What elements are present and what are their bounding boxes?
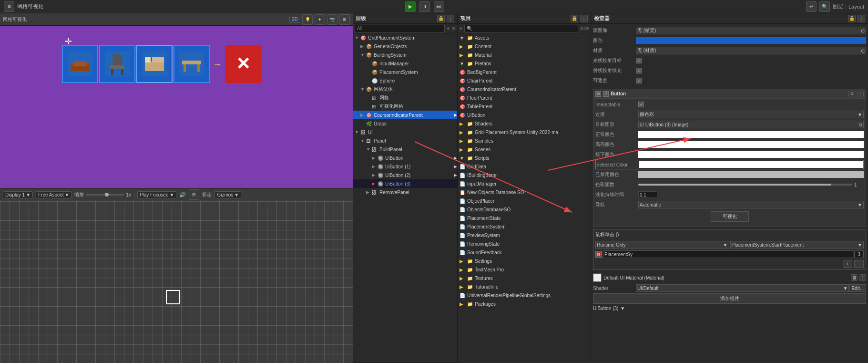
insp-maskable-checkbox[interactable]: ✓ bbox=[636, 78, 642, 83]
hierarchy-search-input[interactable] bbox=[355, 25, 445, 32]
insp-target-dropdown[interactable]: ☑ UiButton (3) (Image) ⊙ bbox=[638, 121, 864, 128]
insp-raycast-checkbox[interactable]: ✓ bbox=[636, 58, 642, 63]
proj-objdb[interactable]: 📄 ObjectsDatabaseSO bbox=[458, 205, 591, 214]
ui-item-4[interactable] bbox=[174, 45, 210, 83]
aspect-dropdown[interactable]: Free Aspect ▼ bbox=[36, 191, 71, 198]
add-component-btn[interactable]: 添加组件 bbox=[593, 293, 866, 304]
proj-table[interactable]: 🎯 TableParent bbox=[458, 102, 591, 111]
proj-placementsys[interactable]: 📄 PlacementSystem bbox=[458, 222, 591, 231]
proj-content[interactable]: ▶ 📁 Content bbox=[458, 42, 591, 51]
onclick-func-dropdown[interactable]: PlacementSystem.StartPlacement ▼ bbox=[730, 241, 864, 249]
proj-textmesh[interactable]: ▶ 📁 TextMesh Pro bbox=[458, 265, 591, 274]
proj-prefabs[interactable]: ▼ 📁 Prefabs bbox=[458, 59, 591, 68]
grid-icon[interactable]: ⊞ bbox=[339, 14, 350, 25]
project-lock-icon[interactable]: 🔒 bbox=[571, 15, 578, 22]
fx-icon[interactable]: ✦ bbox=[315, 14, 325, 25]
stats-icon[interactable]: ⊞ bbox=[189, 189, 199, 200]
insp-color-picker[interactable] bbox=[636, 37, 866, 44]
tree-item-removepanel[interactable]: ▶ 🖼 RemovePanel bbox=[353, 188, 457, 197]
proj-textures[interactable]: ▶ 📁 Textures bbox=[458, 274, 591, 282]
play-button[interactable]: ▶ bbox=[405, 1, 416, 12]
proj-scripts[interactable]: ▼ 📁 Scripts bbox=[458, 154, 591, 162]
proj-grid-sys[interactable]: ▶ 📁 Grid-Placement-System-Unity-2022-ma bbox=[458, 128, 591, 136]
proj-samples[interactable]: ▶ 📁 Samples bbox=[458, 136, 591, 145]
proj-shaders[interactable]: ▶ 📁 Shaders bbox=[458, 119, 591, 128]
proj-tutorial[interactable]: ▶ 📁 TutorialInfo bbox=[458, 282, 591, 291]
onclick-obj-num[interactable]: 3 bbox=[854, 250, 864, 258]
tree-item-grid[interactable]: ▼ 🎯 GridPlacementSystem ⋮ bbox=[353, 33, 457, 42]
proj-uibtn[interactable]: 🎯 UiButton bbox=[458, 111, 591, 119]
tree-item-grass[interactable]: ▶ 🌿 Grass bbox=[353, 119, 457, 128]
history-icon[interactable]: ↩ bbox=[806, 1, 817, 12]
insp-pressed-picker[interactable] bbox=[638, 151, 864, 158]
tree-item-panel[interactable]: ▼ 🖼 Panel bbox=[353, 136, 457, 145]
button-more-icon[interactable]: ⋮ bbox=[857, 91, 864, 97]
ui-item-2[interactable] bbox=[99, 45, 135, 83]
camera-icon[interactable]: 📷 bbox=[327, 14, 337, 25]
proj-bedbig[interactable]: 🎯 BedBigParent bbox=[458, 68, 591, 76]
project-add-icon[interactable]: + bbox=[460, 26, 462, 31]
settings-icon[interactable]: ⚙ bbox=[4, 1, 14, 12]
insp-selected-picker[interactable] bbox=[639, 161, 863, 168]
search-icon[interactable]: 🔍 bbox=[819, 1, 830, 12]
insp-normalcolor-picker[interactable] bbox=[638, 131, 864, 138]
insp-nav-dropdown[interactable]: Automatic ▼ bbox=[638, 201, 864, 208]
tree-item-uibutton[interactable]: ▶ 🔘 UiButton ▶ bbox=[353, 154, 457, 162]
tree-item-vismesh[interactable]: ▶ ⊞ 可视化网格 bbox=[353, 102, 457, 111]
tree-item-mesh[interactable]: ▶ ⊞ 网格 bbox=[353, 93, 457, 102]
tree-item-uibutton3[interactable]: ▶ 🔘 UiButton (3) bbox=[353, 179, 457, 188]
project-search-input[interactable] bbox=[464, 25, 578, 32]
hierarchy-more-icon[interactable]: ⋮ bbox=[447, 15, 454, 22]
insp-colormult-slider[interactable] bbox=[638, 184, 852, 186]
proj-inputmgr[interactable]: 📄 InputManager bbox=[458, 179, 591, 188]
insp-sprite-dropdown[interactable]: 无 (精灵) ⊙ bbox=[636, 27, 866, 34]
tree-item-buildpanel[interactable]: ▼ 🖼 BuildPanel bbox=[353, 145, 457, 154]
display-dropdown[interactable]: Display 1 ▼ bbox=[3, 191, 33, 198]
delete-button[interactable]: ✕ bbox=[225, 45, 261, 83]
ui-item-3[interactable] bbox=[136, 45, 173, 83]
proj-griddata[interactable]: 📄 GridData bbox=[458, 162, 591, 171]
onclick-runtime-dropdown[interactable]: Runtime Only ▼ bbox=[595, 241, 729, 249]
proj-preview[interactable]: 📄 PreviewSystem bbox=[458, 231, 591, 239]
onclick-remove-btn[interactable]: − bbox=[854, 260, 864, 268]
layout-label[interactable]: Layout bbox=[848, 4, 864, 10]
project-more-icon[interactable]: ⋮ bbox=[580, 15, 588, 22]
proj-urp[interactable]: 📄 UniversalRenderPipelineGlobalSettings bbox=[458, 291, 591, 300]
proj-packages[interactable]: ▶ 📁 Packages bbox=[458, 300, 591, 308]
inspector-more-icon[interactable]: ⋮ bbox=[858, 15, 865, 22]
2d-button[interactable]: 2D bbox=[289, 16, 300, 23]
proj-settings[interactable]: ▶ 📁 Settings bbox=[458, 257, 591, 265]
tree-item-building[interactable]: ▼ 📦 BuildingSystem bbox=[353, 51, 457, 59]
light-icon[interactable]: 💡 bbox=[302, 14, 313, 25]
proj-scenes[interactable]: ▶ 📁 Scenes bbox=[458, 145, 591, 154]
proj-chair[interactable]: 🎯 ChairParent bbox=[458, 76, 591, 85]
onclick-obj-name[interactable]: PlacementSy bbox=[603, 250, 853, 258]
hierarchy-filter-icon[interactable]: ⊙ bbox=[451, 26, 455, 31]
button-enable-checkbox[interactable]: ⊙ bbox=[595, 91, 601, 97]
proj-sound[interactable]: 📄 SoundFeedback bbox=[458, 248, 591, 257]
tree-item-input[interactable]: ▶ 📦 InputManager bbox=[353, 59, 457, 68]
proj-assets[interactable]: ▼ 📁 Assets bbox=[458, 33, 591, 42]
tree-item-ui[interactable]: ▼ 🖼 UI bbox=[353, 128, 457, 136]
gizmos-dropdown[interactable]: Gizmos ▼ bbox=[214, 191, 241, 198]
tree-item-general[interactable]: ▶ 📦 GeneralObjects bbox=[353, 42, 457, 51]
tree-item-uibutton1[interactable]: ▶ 🔘 UiButton (1) ▶ bbox=[353, 162, 457, 171]
proj-placement[interactable]: 📄 PlacementState bbox=[458, 214, 591, 222]
insp-transition-dropdown[interactable]: 颜色彩 ▼ bbox=[638, 111, 864, 118]
insp-fade-field[interactable]: 0.1 bbox=[638, 191, 657, 198]
proj-floor[interactable]: 🎯 FloorParent bbox=[458, 93, 591, 102]
insp-raycastfill-checkbox[interactable]: ✓ bbox=[636, 68, 642, 73]
proj-material[interactable]: ▶ 📁 Material bbox=[458, 51, 591, 59]
visualize-button[interactable]: 可视化 bbox=[711, 211, 749, 222]
onclick-add-btn[interactable]: + bbox=[843, 260, 852, 268]
tree-item-cursor[interactable]: ▶ 🎯 CoursorindicatorParent ▶ bbox=[353, 111, 457, 119]
button-check[interactable]: ✓ bbox=[603, 91, 609, 97]
hierarchy-lock-icon[interactable]: 🔒 bbox=[437, 15, 445, 22]
tree-item-placement[interactable]: ▶ 📦 PlacementSystem bbox=[353, 68, 457, 76]
play-focused-dropdown[interactable]: Play Focused ▼ bbox=[137, 191, 177, 198]
button-section-header[interactable]: ⊙ ✓ Button ⚙ ⋮ bbox=[593, 89, 866, 99]
insp-material-dropdown[interactable]: 无 (材质) ⊙ bbox=[636, 47, 866, 54]
insp-interactable-checkbox[interactable]: ✓ bbox=[638, 102, 644, 107]
hierarchy-add-icon[interactable]: + bbox=[447, 26, 449, 31]
shader-edit-btn[interactable]: Edit... bbox=[849, 284, 866, 292]
